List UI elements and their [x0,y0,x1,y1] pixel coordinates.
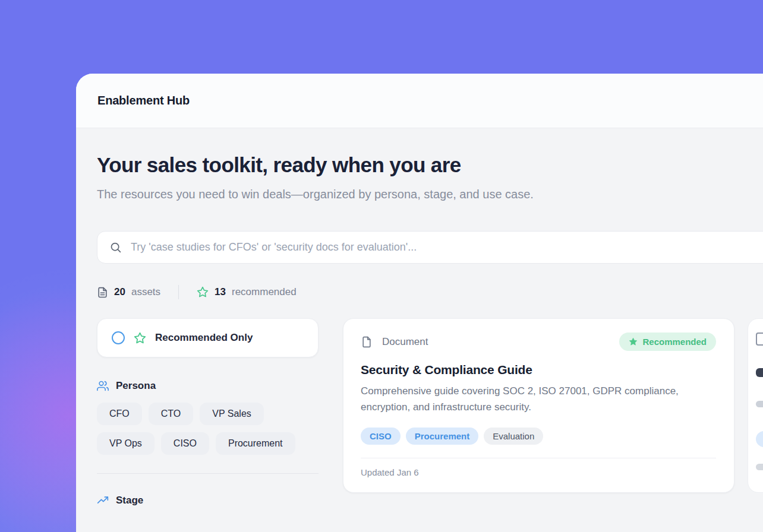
content-area: Recommended Only [97,318,763,506]
recommended-only-toggle[interactable]: Recommended Only [97,318,319,357]
recommended-badge-label: Recommended [642,337,707,347]
persona-chips: CFO CTO VP Sales VP Ops CISO Procurement [97,403,319,455]
persona-chip-cfo[interactable]: CFO [97,403,142,425]
asset-card-partial[interactable] [748,318,763,493]
persona-chip-vp-sales[interactable]: VP Sales [200,403,264,425]
card-divider [361,458,716,458]
persona-chip-cto[interactable]: CTO [149,403,193,425]
partial-card-description-fragment [756,401,763,407]
trending-up-icon [97,495,109,506]
partial-card-icon [756,332,763,346]
persona-label: Persona [116,380,156,392]
filters-sidebar: Recommended Only [97,318,319,506]
persona-section: Persona CFO CTO VP Sales VP Ops CISO Pro… [97,380,319,455]
stats-divider [178,285,179,299]
page-title: Your sales toolkit, ready when you are [97,153,763,177]
stage-header: Stage [97,495,319,506]
tag-ciso[interactable]: CISO [361,428,401,445]
card-gap [734,318,748,506]
partial-card-updated-fragment [756,464,763,470]
desktop-background: Enablement Hub Your sales toolkit, ready… [0,0,763,532]
star-icon [134,332,146,344]
sidebar-divider [97,473,319,474]
window-header: Enablement Hub [76,74,763,128]
persona-chip-procurement[interactable]: Procurement [216,432,295,455]
window-body: Your sales toolkit, ready when you are T… [76,128,763,532]
persona-chip-ciso[interactable]: CISO [161,432,209,455]
users-icon [97,380,109,392]
card-description: Comprehensive guide covering SOC 2, ISO … [361,384,708,415]
card-tags: CISO Procurement Evaluation [361,428,716,445]
card-top-row: Document Recommended [361,332,716,351]
enablement-hub-window: Enablement Hub Your sales toolkit, ready… [76,74,763,532]
card-type: Document [361,336,428,348]
tag-evaluation[interactable]: Evaluation [484,428,543,445]
recommended-label: recommended [232,286,297,298]
card-title: Security & Compliance Guide [361,363,716,377]
star-filled-icon [629,337,638,346]
radio-circle-icon[interactable] [112,331,125,344]
recommended-count: 13 [215,286,226,298]
column-gap [319,318,343,506]
assets-stat: 20 assets [97,286,160,298]
card-type-label: Document [382,336,428,348]
persona-header: Persona [97,380,319,392]
document-icon [361,336,373,348]
stage-section: Stage [97,495,319,506]
search-input[interactable] [131,241,762,254]
recommended-stat: 13 recommended [197,286,297,298]
search-icon [109,241,122,254]
asset-card-security-compliance[interactable]: Document Recommended Security & Complian… [343,318,734,493]
partial-card-tag-fragment [756,431,763,447]
stats-row: 20 assets 13 recommended [97,285,763,299]
page-subtitle: The resources you need to win deals—orga… [97,185,581,204]
stage-label: Stage [116,495,143,506]
assets-label: assets [131,286,160,298]
card-updated: Updated Jan 6 [361,467,716,477]
assets-count: 20 [114,286,125,298]
file-text-icon [97,287,108,298]
partial-card-title-fragment [756,368,763,377]
persona-chip-vp-ops[interactable]: VP Ops [97,432,155,455]
recommended-badge: Recommended [619,332,716,351]
recommended-only-label: Recommended Only [155,332,253,344]
search-bar[interactable] [97,231,763,264]
app-title: Enablement Hub [97,94,190,107]
tag-procurement[interactable]: Procurement [406,428,479,445]
star-icon [197,286,209,298]
